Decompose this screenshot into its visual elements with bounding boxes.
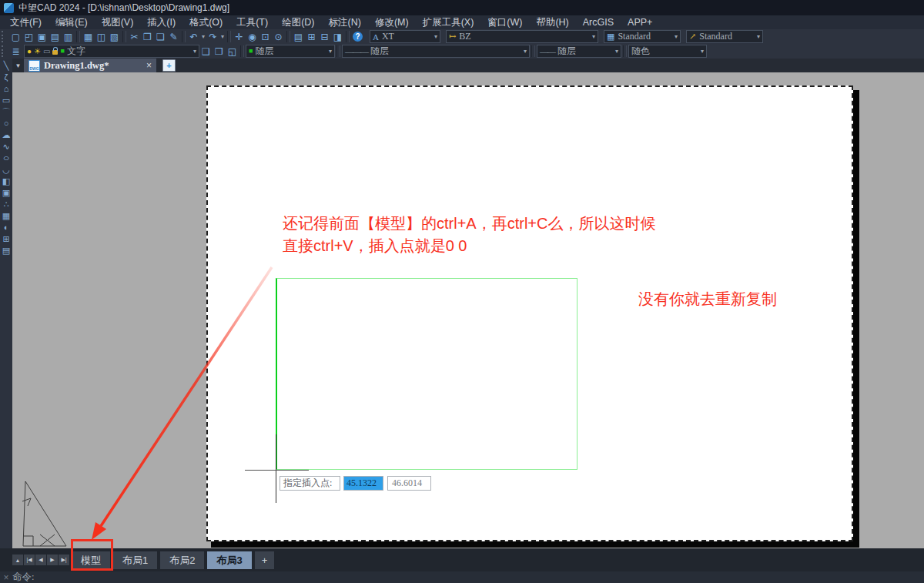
- chevron-down-icon[interactable]: ▾: [524, 48, 527, 55]
- mleader-style-dropdown[interactable]: ↗ Standard ▾: [686, 30, 763, 43]
- tab-layout3[interactable]: 布局3: [207, 551, 251, 569]
- tool-palettes-icon[interactable]: ⊟: [318, 30, 331, 43]
- hatch-icon[interactable]: ▦: [0, 210, 12, 222]
- help-icon[interactable]: ?: [353, 32, 363, 42]
- menu-item[interactable]: 插入(I): [140, 15, 182, 29]
- zoom-previous-icon[interactable]: ⊙: [272, 30, 285, 43]
- dim-style-dropdown[interactable]: ↦ BZ ▾: [446, 30, 598, 43]
- new-document-button[interactable]: +: [162, 59, 176, 72]
- pan-icon[interactable]: ✛: [233, 30, 246, 43]
- chevron-down-icon[interactable]: ▾: [615, 48, 618, 55]
- chevron-down-icon[interactable]: ▾: [434, 33, 437, 40]
- layout-nav-next-icon[interactable]: ▶: [47, 555, 58, 565]
- polygon-icon[interactable]: ⌂: [0, 83, 12, 95]
- gradient-icon[interactable]: ◐: [0, 222, 12, 233]
- layout-nav-last-icon[interactable]: ▶|: [59, 555, 69, 565]
- chevron-down-icon[interactable]: ▾: [701, 48, 704, 55]
- menu-item[interactable]: 编辑(E): [49, 15, 95, 29]
- plot-preview-icon[interactable]: ◫: [95, 30, 108, 43]
- layer-on-icon[interactable]: ●: [27, 48, 32, 55]
- viewport-freeze-icon[interactable]: ▭: [43, 48, 50, 55]
- table-icon[interactable]: ⊞: [0, 233, 12, 245]
- menu-item[interactable]: 修改(M): [368, 15, 416, 29]
- chevron-down-icon[interactable]: ▾: [757, 33, 760, 40]
- tab-layout1[interactable]: 布局1: [113, 551, 157, 569]
- new-icon[interactable]: ▢: [9, 30, 22, 43]
- chevron-down-icon[interactable]: ▾: [592, 33, 595, 40]
- make-current-layer-icon[interactable]: ❑: [199, 45, 213, 58]
- copy-icon[interactable]: ❐: [141, 30, 154, 43]
- cut-icon[interactable]: ✂: [128, 30, 141, 43]
- layer-properties-icon[interactable]: ≣: [9, 45, 22, 58]
- menu-item[interactable]: 扩展工具(X): [416, 15, 481, 29]
- sheet-set-icon[interactable]: ◨: [331, 30, 344, 43]
- menu-item[interactable]: ArcGIS: [576, 15, 621, 29]
- revcloud-icon[interactable]: ☁: [0, 129, 12, 141]
- close-icon[interactable]: ×: [146, 60, 152, 71]
- menu-item[interactable]: 工具(T): [229, 15, 275, 29]
- dynamic-input-x-value[interactable]: 45.1322: [344, 477, 383, 490]
- layout-nav-first-icon[interactable]: |◀: [24, 555, 35, 565]
- toolbar-grip[interactable]: [2, 31, 7, 42]
- command-line[interactable]: × 命令:: [0, 571, 924, 583]
- layer-lock-icon[interactable]: [52, 50, 58, 55]
- plot-style-dropdown[interactable]: 随色 ▾: [628, 45, 707, 58]
- ellipse-arc-icon[interactable]: ◡: [0, 164, 12, 176]
- publish-icon[interactable]: ▧: [108, 30, 121, 43]
- chevron-down-icon[interactable]: ▾: [193, 48, 196, 55]
- color-dropdown[interactable]: ■ 随层 ▾: [246, 45, 335, 58]
- menu-item[interactable]: 标注(N): [322, 15, 368, 29]
- layout-nav-prev-icon[interactable]: ◀: [35, 555, 46, 565]
- redo-icon[interactable]: ↷: [206, 30, 219, 43]
- lineweight-dropdown[interactable]: —— 随层 ▾: [537, 45, 621, 58]
- insert-block-icon[interactable]: ◧: [0, 176, 12, 187]
- zoom-realtime-icon[interactable]: ◉: [246, 30, 259, 43]
- menu-item[interactable]: 视图(V): [95, 15, 141, 29]
- zoom-window-icon[interactable]: ⊡: [259, 30, 272, 43]
- document-tab[interactable]: DWG Drawing1.dwg* ×: [24, 59, 156, 72]
- polyline-icon[interactable]: ζ: [0, 72, 12, 83]
- toolbar-grip[interactable]: [2, 45, 7, 57]
- chevron-down-icon[interactable]: ▾: [329, 48, 332, 55]
- layer-dropdown[interactable]: ● ☀ ▭ ■ 文字 ▾: [24, 45, 199, 58]
- plot-icon[interactable]: ▦: [82, 30, 95, 43]
- line-icon[interactable]: ╲: [0, 60, 12, 72]
- menu-item[interactable]: APP+: [621, 15, 659, 29]
- layer-freeze-icon[interactable]: ☀: [34, 48, 41, 55]
- text-style-dropdown[interactable]: A XT ▾: [370, 30, 440, 43]
- save-as-icon[interactable]: ▤: [49, 30, 62, 43]
- save-all-icon[interactable]: ▥: [62, 30, 75, 43]
- add-layout-button[interactable]: +: [255, 551, 275, 569]
- paste-icon[interactable]: ❏: [154, 30, 167, 43]
- layer-states-icon[interactable]: ◱: [226, 45, 239, 58]
- rectangle-icon[interactable]: ▭: [0, 95, 12, 106]
- image-icon[interactable]: ▤: [0, 245, 12, 256]
- menu-item[interactable]: 绘图(D): [275, 15, 321, 29]
- save-icon[interactable]: ▣: [35, 30, 49, 43]
- linetype-dropdown[interactable]: ——— 随层 ▾: [342, 45, 530, 58]
- match-properties-icon[interactable]: ✎: [167, 30, 180, 43]
- menu-item[interactable]: 帮助(H): [529, 15, 575, 29]
- dynamic-input-y[interactable]: 46.6014: [387, 476, 431, 491]
- chevron-down-icon[interactable]: ▾: [675, 33, 678, 40]
- layout-nav-up-icon[interactable]: ▲: [12, 555, 23, 565]
- menu-item[interactable]: 格式(O): [182, 15, 229, 29]
- close-icon[interactable]: ×: [0, 572, 12, 583]
- circle-icon[interactable]: ○: [0, 118, 12, 129]
- create-block-icon[interactable]: ▣: [0, 187, 12, 199]
- undo-dropdown-icon[interactable]: ▾: [200, 30, 206, 43]
- point-icon[interactable]: ∴: [0, 199, 12, 210]
- tab-layout2[interactable]: 布局2: [160, 551, 204, 569]
- doc-tab-list-icon[interactable]: ▼: [12, 62, 24, 69]
- design-center-icon[interactable]: ⊞: [305, 30, 318, 43]
- spline-icon[interactable]: ∿: [0, 141, 12, 152]
- properties-palette-icon[interactable]: ▤: [292, 30, 305, 43]
- layer-previous-icon[interactable]: ❒: [213, 45, 226, 58]
- table-style-dropdown[interactable]: ▦ Standard ▾: [604, 30, 681, 43]
- menu-item[interactable]: 文件(F): [3, 15, 49, 29]
- redo-dropdown-icon[interactable]: ▾: [219, 30, 226, 43]
- menu-item[interactable]: 窗口(W): [480, 15, 529, 29]
- dynamic-input-x[interactable]: 45.1322: [343, 476, 383, 491]
- arc-icon[interactable]: ⌒: [0, 106, 12, 118]
- open-icon[interactable]: ◰: [22, 30, 35, 43]
